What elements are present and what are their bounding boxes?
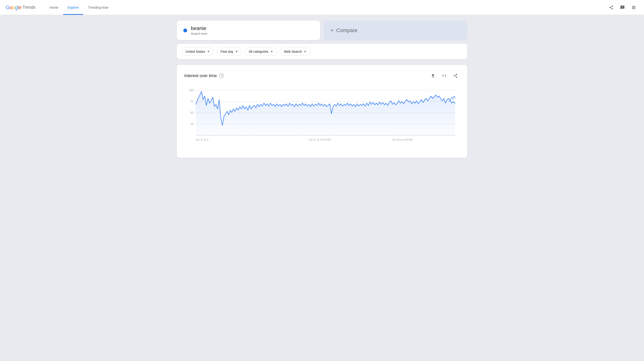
time-filter-arrow: ▼ xyxy=(235,50,238,53)
share-chart-icon xyxy=(453,73,458,78)
embed-icon xyxy=(442,73,446,78)
category-filter-label: All categories xyxy=(249,50,268,54)
logo-link[interactable]: Google Trends xyxy=(6,5,35,11)
search-type-filter-label: Web Search xyxy=(284,50,302,54)
feedback-icon xyxy=(620,5,625,10)
location-filter-arrow: ▼ xyxy=(207,50,210,53)
location-filter[interactable]: United States ▼ xyxy=(182,48,214,56)
help-icon[interactable]: ? xyxy=(219,73,224,78)
svg-text:100: 100 xyxy=(189,89,194,92)
search-type-filter[interactable]: Web Search ▼ xyxy=(280,48,310,56)
nav-home[interactable]: Home xyxy=(45,0,63,15)
share-chart-button[interactable] xyxy=(451,72,460,80)
chart-card: Interest over time ? xyxy=(177,65,467,158)
chart-actions xyxy=(429,72,460,80)
main-nav: Home Explore Trending Now xyxy=(45,0,606,15)
interest-over-time-chart: 100 75 50 25 xyxy=(184,86,460,151)
term-indicator-dot xyxy=(183,29,187,32)
share-icon xyxy=(609,5,614,10)
svg-text:Oct 28 at 6:40 AM: Oct 28 at 6:40 AM xyxy=(392,138,412,141)
header-actions xyxy=(606,3,638,12)
location-filter-label: United States xyxy=(186,50,205,54)
google-logo: Google xyxy=(6,5,22,11)
header: Google Trends Home Explore Trending Now xyxy=(0,0,644,15)
feedback-button[interactable] xyxy=(618,3,627,12)
svg-text:Oct 27 at 10:40 PM: Oct 27 at 10:40 PM xyxy=(309,138,331,141)
svg-text:25: 25 xyxy=(190,122,194,126)
svg-text:75: 75 xyxy=(190,100,194,103)
svg-text:Oct 27 at 2...: Oct 27 at 2... xyxy=(196,138,210,141)
embed-chart-button[interactable] xyxy=(440,72,448,80)
time-filter[interactable]: Past day ▼ xyxy=(216,48,242,56)
search-term-value[interactable]: beanie xyxy=(191,25,208,32)
nav-explore[interactable]: Explore xyxy=(63,0,83,15)
category-filter-arrow: ▼ xyxy=(270,50,273,53)
filters-card: United States ▼ Past day ▼ All categorie… xyxy=(177,44,467,59)
apps-icon xyxy=(631,5,636,10)
chart-header: Interest over time ? xyxy=(184,72,460,80)
nav-trending-now[interactable]: Trending Now xyxy=(83,0,113,15)
search-compare-row: beanie Search term + Compare xyxy=(177,21,467,40)
search-term-type: Search term xyxy=(191,32,208,35)
share-button[interactable] xyxy=(606,3,616,12)
svg-text:50: 50 xyxy=(190,111,194,114)
apps-button[interactable] xyxy=(629,3,638,12)
compare-plus-icon: + xyxy=(330,28,334,34)
download-icon xyxy=(431,73,435,78)
time-filter-label: Past day xyxy=(220,50,233,54)
compare-label: Compare xyxy=(336,28,357,34)
search-term-card: beanie Search term xyxy=(177,21,320,40)
chart-title-area: Interest over time ? xyxy=(184,73,224,78)
main-content: beanie Search term + Compare United Stat… xyxy=(158,15,486,163)
compare-card[interactable]: + Compare xyxy=(324,21,467,40)
search-type-filter-arrow: ▼ xyxy=(304,50,306,53)
chart-title: Interest over time xyxy=(184,73,217,78)
term-info: beanie Search term xyxy=(191,25,208,35)
trends-label: Trends xyxy=(22,5,35,10)
chart-area: 100 75 50 25 xyxy=(184,86,460,151)
category-filter[interactable]: All categories ▼ xyxy=(245,48,277,56)
download-chart-button[interactable] xyxy=(429,72,437,80)
